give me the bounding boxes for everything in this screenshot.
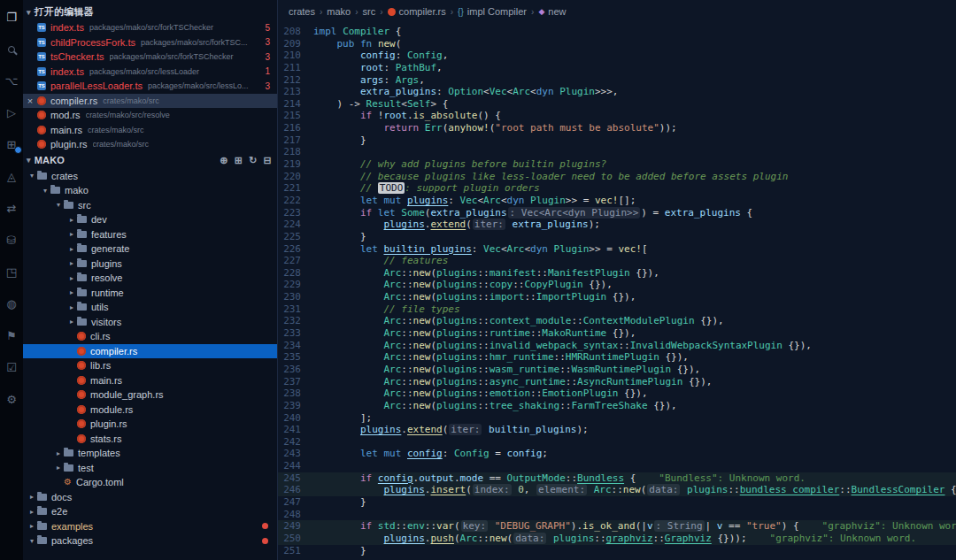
code-line[interactable]: 223 if let Some(extra_plugins: Vec<Arc<d… <box>278 207 956 219</box>
tree-item-module-graph-rs[interactable]: module_graph.rs <box>23 387 277 403</box>
breadcrumb-item[interactable]: src <box>363 6 376 17</box>
code-line[interactable]: 247 } <box>278 496 956 509</box>
todo-tree-icon[interactable]: ☑ <box>4 361 19 374</box>
code-line[interactable]: 221 // TODO: support plugin orders <box>278 182 956 195</box>
open-editor-item[interactable]: mod.rscrates/mako/src/resolve <box>23 108 277 123</box>
tree-item-plugin-rs[interactable]: plugin.rs <box>23 417 277 432</box>
tree-item-cli-rs[interactable]: cli.rs <box>23 329 277 344</box>
code-line[interactable]: 233 Arc::new(plugins::runtime::MakoRunti… <box>278 327 956 340</box>
code-line[interactable]: 216 return Err(anyhow!("root path must b… <box>278 122 956 134</box>
code-line[interactable]: 237 Arc::new(plugins::async_runtime::Asy… <box>278 376 956 388</box>
code-line[interactable]: 234 Arc::new(plugins::invalid_webpack_sy… <box>278 340 956 352</box>
code-line[interactable]: 239 Arc::new(plugins::tree_shaking::Farm… <box>278 400 956 412</box>
code-line[interactable]: 248 <box>278 509 956 521</box>
code-area[interactable]: 208impl Compiler {209 pub fn new(210 con… <box>278 23 956 560</box>
settings-gear-icon[interactable]: ⚙ <box>4 393 19 406</box>
code-line[interactable]: 217 } <box>278 134 956 147</box>
breadcrumb-item[interactable]: ◆new <box>538 6 566 17</box>
code-line[interactable]: 212 args: Args, <box>278 74 956 87</box>
source-control-icon[interactable]: ⌥ <box>4 74 19 88</box>
tree-item-mako[interactable]: ▾mako <box>23 183 277 198</box>
extensions-icon[interactable]: ⊞ <box>4 138 19 151</box>
code-line[interactable]: 250 plugins.push(Arc::new(data: plugins:… <box>278 533 956 545</box>
new-folder-icon[interactable]: ⊞ <box>235 155 243 166</box>
docker-icon[interactable]: ◳ <box>4 265 19 279</box>
code-line[interactable]: 214 ) -> Result<Self> { <box>278 98 956 111</box>
open-editors-header[interactable]: ▾ 打开的编辑器 <box>23 4 277 20</box>
open-editor-item[interactable]: plugin.rscrates/mako/src <box>23 137 277 152</box>
tree-item-compiler-rs[interactable]: compiler.rs <box>23 344 277 359</box>
code-line[interactable]: 236 Arc::new(plugins::wasm_runtime::Wasm… <box>278 364 956 376</box>
tree-item-visitors[interactable]: ▸visitors <box>23 315 277 330</box>
testing-icon[interactable]: ◬ <box>4 170 19 183</box>
database-icon[interactable]: ⛁ <box>4 234 19 247</box>
tree-item-crates[interactable]: ▾crates <box>23 169 277 184</box>
tree-item-stats-rs[interactable]: stats.rs <box>23 432 277 447</box>
open-editor-item[interactable]: TSindex.tspackages/mako/src/lessLoader1 <box>23 65 277 80</box>
code-line[interactable]: 251 } <box>278 545 956 557</box>
tree-item-packages[interactable]: ▾packages <box>23 533 277 548</box>
close-icon[interactable]: × <box>23 96 37 106</box>
collapse-all-icon[interactable]: ⊟ <box>264 155 272 166</box>
code-line[interactable]: 240 ]; <box>278 412 956 425</box>
tree-item-resolve[interactable]: ▸resolve <box>23 271 277 286</box>
code-line[interactable]: 209 pub fn new( <box>278 38 956 50</box>
breadcrumb-item[interactable]: compiler.rs <box>388 6 446 17</box>
code-line[interactable]: 225 } <box>278 231 956 243</box>
tree-item-utils[interactable]: ▸utils <box>23 300 277 315</box>
tree-item-generate[interactable]: ▸generate <box>23 242 277 257</box>
code-line[interactable]: 213 extra_plugins: Option<Vec<Arc<dyn Pl… <box>278 86 956 98</box>
code-line[interactable]: 211 root: PathBuf, <box>278 62 956 74</box>
code-line[interactable]: 208impl Compiler { <box>278 26 956 38</box>
code-line[interactable]: 220 // because plugins like less-loader … <box>278 171 956 183</box>
tree-item-examples[interactable]: ▸examples <box>23 519 277 534</box>
code-line[interactable]: 241 plugins.extend(iter: builtin_plugins… <box>278 424 956 436</box>
breadcrumb-item[interactable]: crates <box>289 6 315 17</box>
breadcrumb-item[interactable]: mako <box>327 6 351 17</box>
search-icon[interactable] <box>4 42 19 56</box>
code-line[interactable]: 238 Arc::new(plugins::emotion::EmotionPl… <box>278 387 956 400</box>
code-line[interactable]: 242 <box>278 436 956 449</box>
bookmarks-icon[interactable]: ⚑ <box>4 329 19 342</box>
github-icon[interactable]: ◍ <box>4 297 19 311</box>
code-line[interactable]: 226 let builtin_plugins: Vec<Arc<dyn Plu… <box>278 243 956 256</box>
tree-item-e2e[interactable]: ▸e2e <box>23 504 277 519</box>
code-line[interactable]: 227 // features <box>278 255 956 267</box>
open-editor-item[interactable]: TSparallelLessLoader.tspackages/mako/src… <box>23 79 277 94</box>
open-editor-item[interactable]: main.rscrates/mako/src <box>23 123 277 138</box>
code-line[interactable]: 246 plugins.insert(index: 0, element: Ar… <box>278 484 956 496</box>
tree-item-features[interactable]: ▸features <box>23 227 277 242</box>
code-line[interactable]: 224 plugins.extend(iter: extra_plugins); <box>278 219 956 231</box>
tree-item-lib-rs[interactable]: lib.rs <box>23 358 277 373</box>
new-file-icon[interactable]: ⊕ <box>220 155 227 166</box>
tree-item-docs[interactable]: ▸docs <box>23 490 277 505</box>
tree-item-src[interactable]: ▾src <box>23 198 277 213</box>
code-line[interactable]: 229 Arc::new(plugins::copy::CopyPlugin {… <box>278 279 956 291</box>
code-line[interactable]: 235 Arc::new(plugins::hmr_runtime::HMRRu… <box>278 351 956 364</box>
remote-icon[interactable]: ⇄ <box>4 202 19 215</box>
open-editor-item[interactable]: TStsChecker.tspackages/mako/src/forkTSCh… <box>23 50 277 65</box>
tree-item-plugins[interactable]: ▸plugins <box>23 257 277 272</box>
open-editor-item[interactable]: TSchildProcessFork.tspackages/mako/src/f… <box>23 35 277 50</box>
tree-item-templates[interactable]: ▸templates <box>23 446 277 461</box>
tree-item-test[interactable]: ▸test <box>23 461 277 476</box>
code-line[interactable]: 222 let mut plugins: Vec<Arc<dyn Plugin>… <box>278 195 956 207</box>
open-editor-item[interactable]: TSindex.tspackages/mako/src/forkTSChecke… <box>23 20 277 35</box>
tree-item-module-rs[interactable]: module.rs <box>23 403 277 418</box>
code-line[interactable]: 244 <box>278 460 956 472</box>
refresh-icon[interactable]: ↻ <box>249 155 257 166</box>
code-line[interactable]: 245 if config.output.mode == OutputMode:… <box>278 472 956 485</box>
code-line[interactable]: 243 let mut config: Config = config; <box>278 448 956 460</box>
project-header[interactable]: ▾ MAKO ⊕⊞↻⊟ <box>23 152 277 169</box>
explorer-icon[interactable]: ❐ <box>4 11 19 24</box>
open-editor-item[interactable]: ×compiler.rscrates/mako/src <box>23 94 277 109</box>
tree-item-main-rs[interactable]: main.rs <box>23 373 277 388</box>
code-line[interactable]: 228 Arc::new(plugins::manifest::Manifest… <box>278 267 956 280</box>
code-line[interactable]: 218 <box>278 146 956 158</box>
tree-item-dev[interactable]: ▸dev <box>23 212 277 227</box>
code-line[interactable]: 215 if !root.is_absolute() { <box>278 110 956 122</box>
code-line[interactable]: 232 Arc::new(plugins::context_module::Co… <box>278 315 956 327</box>
code-line[interactable]: 210 config: Config, <box>278 50 956 62</box>
run-debug-icon[interactable]: ▷ <box>4 106 19 119</box>
code-line[interactable]: 249 if std::env::var(key: "DEBUG_GRAPH")… <box>278 520 956 533</box>
